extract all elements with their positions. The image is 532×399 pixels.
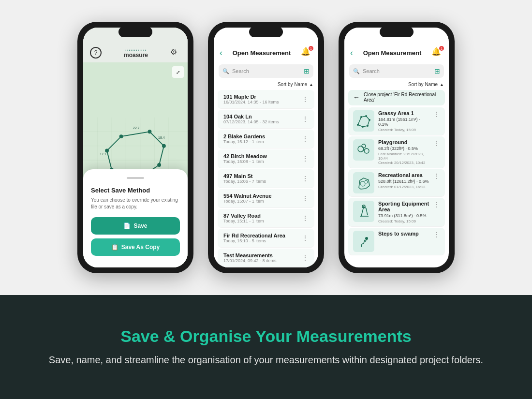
modal-handle bbox=[127, 177, 144, 179]
list-item[interactable]: 497 Main St Today, 15:06 - 7 items ⋮ bbox=[218, 169, 314, 188]
project-thumbnail bbox=[353, 172, 374, 193]
project-thumbnail bbox=[353, 110, 374, 132]
svg-point-30 bbox=[367, 125, 369, 127]
bottom-section: Save & Organise Your Measurements Save, … bbox=[0, 295, 532, 399]
help-icon[interactable]: ? bbox=[90, 47, 102, 59]
svg-text:22.7: 22.7 bbox=[133, 126, 140, 130]
search-input-2[interactable]: Search bbox=[232, 68, 301, 74]
list-item[interactable]: 101 Maple Dr 16/01/2024, 14:35 - 16 item… bbox=[218, 90, 314, 109]
phone2-title: Open Measurement bbox=[233, 49, 291, 57]
search-icon-3: 🔍 bbox=[353, 68, 360, 74]
item-menu-icon[interactable]: ⋮ bbox=[302, 214, 309, 222]
project-item[interactable]: Grassy Area 1 164.81m (1551.1m²) · 0.1% … bbox=[348, 107, 445, 135]
sort-chevron-3: ▲ bbox=[440, 82, 444, 87]
list-item[interactable]: 87 Valley Road Today, 15:11 - 1 item ⋮ bbox=[218, 209, 314, 228]
back-button-3[interactable]: ‹ bbox=[350, 48, 353, 58]
phone3-title: Open Measurement bbox=[363, 49, 422, 57]
svg-point-38 bbox=[365, 180, 368, 183]
item-menu-icon[interactable]: ⋮ bbox=[302, 194, 309, 202]
svg-point-27 bbox=[360, 116, 362, 118]
notification-badge-2[interactable]: 🔔 1 bbox=[301, 47, 312, 59]
project-thumbnail bbox=[353, 201, 374, 222]
project-thumbnail bbox=[353, 231, 374, 252]
sort-bar-3[interactable]: Sort by Name ▲ bbox=[344, 80, 449, 89]
phone3-list: Grassy Area 1 164.81m (1551.1m²) · 0.1% … bbox=[344, 106, 449, 267]
save-doc-icon: 📄 bbox=[123, 222, 131, 229]
svg-point-28 bbox=[365, 115, 367, 117]
phone-1: ? :::::::::::: moasure ⚙ bbox=[77, 22, 193, 273]
logo-dots: :::::::::::: bbox=[124, 47, 148, 52]
svg-point-29 bbox=[369, 119, 370, 121]
project-menu-icon[interactable]: ⋮ bbox=[433, 172, 440, 180]
project-menu-icon[interactable]: ⋮ bbox=[433, 201, 440, 208]
svg-point-34 bbox=[362, 144, 366, 148]
dynamic-island-2 bbox=[249, 27, 283, 37]
sort-bar-2[interactable]: Sort by Name ▲ bbox=[214, 80, 318, 89]
phone-2: ‹ Open Measurement 🔔 1 🔍 Search ⊞ Sort b… bbox=[208, 22, 324, 273]
svg-point-37 bbox=[360, 181, 365, 186]
save-button[interactable]: 📄 Save bbox=[91, 217, 180, 235]
svg-text:18.4: 18.4 bbox=[158, 136, 165, 139]
list-item[interactable]: 104 Oak Ln 07/12/2023, 14:05 - 32 items … bbox=[218, 110, 314, 129]
gear-icon[interactable]: ⚙ bbox=[170, 47, 181, 58]
grid-view-icon-3[interactable]: ⊞ bbox=[434, 67, 440, 75]
list-item[interactable]: Fir Rd Recreational Area Today, 15:10 - … bbox=[218, 229, 314, 248]
project-menu-icon[interactable]: ⋮ bbox=[433, 139, 440, 147]
sort-chevron-2: ▲ bbox=[309, 82, 313, 87]
item-menu-icon[interactable]: ⋮ bbox=[302, 115, 309, 123]
project-item[interactable]: Playground 68.2ft (322ft²) · 0.5% Last M… bbox=[348, 136, 445, 168]
dynamic-island-1 bbox=[118, 27, 152, 37]
svg-text:17.1: 17.1 bbox=[100, 152, 106, 156]
badge-count-3: 1 bbox=[439, 46, 444, 51]
svg-point-14 bbox=[162, 144, 166, 148]
item-menu-icon[interactable]: ⋮ bbox=[302, 234, 309, 242]
close-project-arrow: ← bbox=[353, 93, 360, 101]
search-input-3[interactable]: Search bbox=[363, 68, 431, 74]
project-thumbnail bbox=[353, 139, 374, 161]
svg-point-12 bbox=[119, 134, 123, 138]
bottom-subtitle: Save, name, and streamline the organisat… bbox=[49, 353, 483, 367]
svg-point-41 bbox=[365, 237, 368, 240]
moasure-logo: :::::::::::: moasure bbox=[124, 47, 148, 59]
search-bar-2[interactable]: 🔍 Search ⊞ bbox=[219, 64, 313, 78]
bottom-title: Save & Organise Your Measurements bbox=[120, 327, 412, 346]
phone-3: ‹ Open Measurement 🔔 1 🔍 Search ⊞ Sort b… bbox=[339, 22, 455, 273]
list-item[interactable]: Test Measurements 17/01/2024, 09:42 - 8 … bbox=[218, 249, 314, 267]
project-menu-icon[interactable]: ⋮ bbox=[433, 110, 440, 118]
notification-badge-3[interactable]: 🔔 1 bbox=[431, 47, 443, 59]
svg-point-15 bbox=[157, 163, 161, 167]
close-project-bar[interactable]: ← Close project 'Fir Rd Recreational Are… bbox=[348, 90, 445, 105]
list-item[interactable]: 554 Walnut Avenue Today, 15:07 - 1 item … bbox=[218, 189, 314, 208]
grid-view-icon-2[interactable]: ⊞ bbox=[304, 67, 310, 75]
search-icon-2: 🔍 bbox=[222, 68, 229, 74]
dynamic-island-3 bbox=[380, 27, 414, 37]
close-project-label: Close project 'Fir Rd Recreational Area' bbox=[364, 92, 440, 103]
item-menu-icon[interactable]: ⋮ bbox=[302, 95, 309, 103]
svg-point-26 bbox=[357, 124, 359, 126]
project-menu-icon[interactable]: ⋮ bbox=[433, 231, 440, 238]
expand-map-button[interactable]: ⤢ bbox=[172, 66, 184, 78]
project-item[interactable]: Steps to swamp ⋮ bbox=[348, 228, 445, 255]
save-as-copy-button[interactable]: 📋 Save As Copy bbox=[91, 238, 180, 256]
svg-point-32 bbox=[358, 146, 364, 152]
phones-area: ? :::::::::::: moasure ⚙ bbox=[0, 0, 532, 295]
item-menu-icon[interactable]: ⋮ bbox=[302, 155, 309, 163]
copy-doc-icon: 📋 bbox=[111, 244, 118, 251]
project-item[interactable]: Sporting Equipment Area 73.91m (311.8m²)… bbox=[348, 198, 445, 227]
back-button-2[interactable]: ‹ bbox=[220, 48, 222, 58]
save-modal: Select Save Method You can choose to ove… bbox=[83, 169, 188, 267]
svg-point-19 bbox=[105, 149, 109, 153]
item-menu-icon[interactable]: ⋮ bbox=[302, 254, 309, 262]
project-item[interactable]: Recreational area 528.0ft (12611.2ft²) ·… bbox=[348, 169, 445, 197]
badge-count: 1 bbox=[309, 46, 313, 51]
search-bar-3[interactable]: 🔍 Search ⊞ bbox=[349, 64, 444, 78]
item-menu-icon[interactable]: ⋮ bbox=[302, 175, 309, 182]
item-menu-icon[interactable]: ⋮ bbox=[302, 135, 309, 143]
phone2-list: 101 Maple Dr 16/01/2024, 14:35 - 16 item… bbox=[214, 89, 318, 267]
svg-point-13 bbox=[148, 130, 152, 133]
list-item[interactable]: 42 Birch Meadow Today, 15:08 - 1 item ⋮ bbox=[218, 149, 314, 168]
modal-description: You can choose to override your existing… bbox=[91, 197, 180, 210]
list-item[interactable]: 2 Blake Gardens Today, 15:12 - 1 item ⋮ bbox=[218, 130, 314, 148]
modal-title: Select Save Method bbox=[91, 187, 180, 194]
svg-point-31 bbox=[362, 126, 364, 128]
